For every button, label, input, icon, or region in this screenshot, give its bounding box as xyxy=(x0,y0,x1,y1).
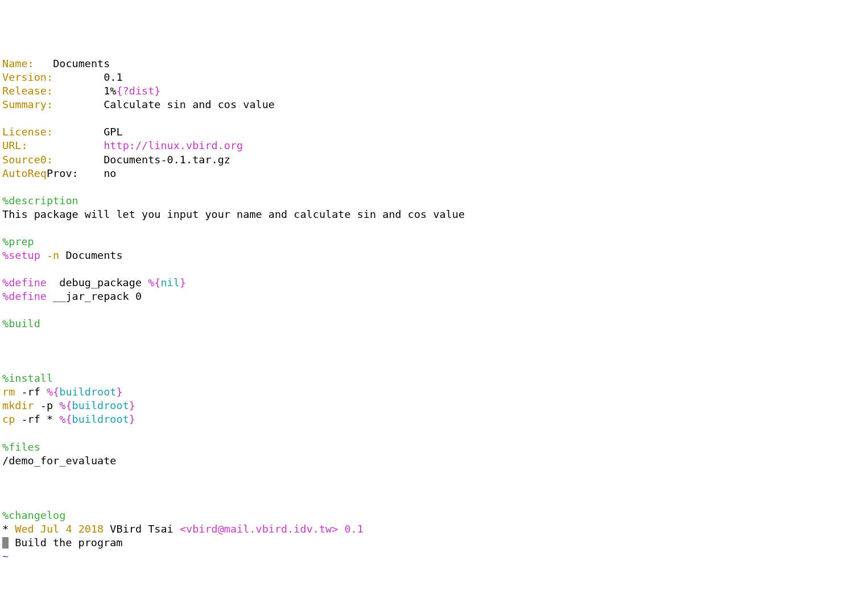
license-key: License: xyxy=(2,126,53,138)
setup-flag: -n xyxy=(40,249,59,261)
buildroot-var-3: buildroot xyxy=(72,413,129,425)
version-value: 0.1 xyxy=(104,71,122,83)
setup-macro: %setup xyxy=(2,249,40,261)
empty-line-tilde: ~ xyxy=(2,550,9,562)
brace-open: { xyxy=(117,85,123,97)
dist-var: ?dist xyxy=(123,85,155,97)
mkdir-close: } xyxy=(129,399,135,411)
rm-close: } xyxy=(117,386,123,398)
buildroot-var-2: buildroot xyxy=(72,399,129,411)
version-key: Version: xyxy=(2,71,53,83)
release-prefix: 1% xyxy=(104,85,116,97)
files-path: /demo_for_evaluate xyxy=(2,455,116,467)
build-directive: %build xyxy=(2,318,40,329)
define2-macro: %define xyxy=(2,290,47,302)
cursor-block xyxy=(2,537,9,549)
define1-close: } xyxy=(180,277,186,288)
rm-cmd: rm xyxy=(2,386,15,398)
define1-name: debug_package xyxy=(47,277,148,288)
changelog-date: Wed Jul 4 2018 xyxy=(15,523,104,535)
cp-close: } xyxy=(129,413,135,425)
autoreq-key2: Prov: xyxy=(47,167,78,179)
name-value: Documents xyxy=(53,57,110,69)
release-key: Release: xyxy=(2,85,53,97)
description-text: This package will let you input your nam… xyxy=(2,208,465,220)
editor-content[interactable]: Name: Documents Version: 0.1 Release: 1%… xyxy=(2,57,866,563)
nil-var: nil xyxy=(160,277,179,288)
mkdir-cmd: mkdir xyxy=(2,399,34,411)
changelog-star: * xyxy=(2,523,15,535)
url-value: http://linux.vbird.org xyxy=(104,139,243,151)
define1-open: %{ xyxy=(148,277,160,288)
rm-open: %{ xyxy=(47,386,59,398)
changelog-version: 0.1 xyxy=(344,523,363,535)
url-key: URL: xyxy=(2,139,28,151)
rm-flags: -rf xyxy=(15,386,47,398)
summary-value: Calculate sin and cos value xyxy=(104,98,275,110)
files-directive: %files xyxy=(2,441,40,453)
setup-arg: Documents xyxy=(59,249,122,261)
define1-macro: %define xyxy=(2,277,47,288)
prep-directive: %prep xyxy=(2,236,34,248)
source0-key: Source0: xyxy=(2,154,53,166)
name-key: Name: xyxy=(2,57,34,69)
install-directive: %install xyxy=(2,372,53,384)
description-directive: %description xyxy=(2,195,78,207)
cp-cmd: cp xyxy=(2,413,15,425)
define2-text: __jar_repack 0 xyxy=(47,290,142,302)
changelog-email: <vbird@mail.vbird.idv.tw> xyxy=(180,523,338,535)
changelog-space xyxy=(338,523,344,535)
changelog-entry: Build the program xyxy=(9,537,122,549)
source0-value: Documents-0.1.tar.gz xyxy=(104,154,230,166)
changelog-author: VBird Tsai xyxy=(104,523,180,535)
autoreq-key1: AutoReq xyxy=(2,167,47,179)
license-value: GPL xyxy=(104,126,122,138)
cp-open: %{ xyxy=(59,413,72,425)
buildroot-var-1: buildroot xyxy=(59,386,116,398)
changelog-directive: %changelog xyxy=(2,509,65,521)
mkdir-open: %{ xyxy=(59,399,72,411)
autoreq-value: no xyxy=(104,167,116,179)
mkdir-flags: -p xyxy=(34,399,60,411)
cp-flags: -rf * xyxy=(15,413,59,425)
summary-key: Summary: xyxy=(2,98,53,110)
brace-close: } xyxy=(154,85,160,97)
